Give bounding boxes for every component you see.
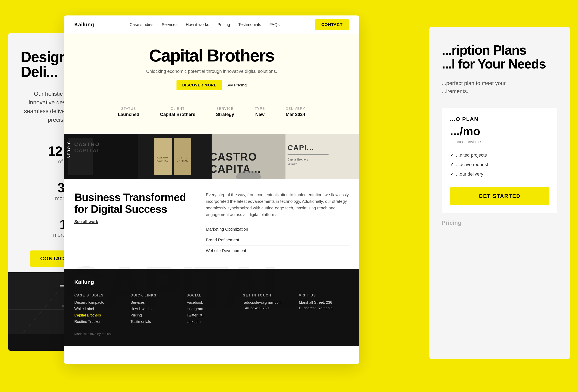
client-label: CLIENT <box>160 107 195 111</box>
delivery-value: Mar 2024 <box>286 112 305 117</box>
footer-grid: CASE STUDIES Desarrolloimpacto White Lab… <box>74 294 349 326</box>
footer-instagram[interactable]: Instagram <box>187 307 237 311</box>
hero-section: Capital Brothers Unlocking economic pote… <box>64 34 359 134</box>
footer-link-2[interactable]: White Label <box>74 307 124 311</box>
footer-link-4[interactable]: Routine Tracker <box>74 320 124 324</box>
contact-button[interactable]: CONTACT <box>315 19 349 30</box>
footer-linkedin[interactable]: LinkedIn <box>187 320 237 324</box>
pricing-footer-label: Pricing <box>442 219 557 226</box>
footer-services-link[interactable]: Services <box>131 300 180 305</box>
footer-cs-title: CASE STUDIES <box>74 294 124 297</box>
hero-title: Capital Brothers <box>74 46 349 65</box>
svg-text:Strategy: Strategy <box>287 162 296 165</box>
footer-twitter[interactable]: Twitter (X) <box>187 313 237 317</box>
footer-logo: Kailung <box>74 279 349 285</box>
meta-service: SERVICE Strategy <box>216 107 234 117</box>
footer-pricing-link[interactable]: Pricing <box>131 313 180 317</box>
nav-how-it-works[interactable]: How it works <box>186 22 209 27</box>
business-description: Every step of the way, from conceptualiz… <box>206 191 349 218</box>
right-panel: ...ription Plans...l for Your Needs ...p… <box>429 27 570 359</box>
meta-row: STATUS Launched CLIENT Capital Brothers … <box>74 101 349 126</box>
see-all-work-link[interactable]: See all work <box>74 219 98 224</box>
footer-phone: +40 23 456 789 <box>243 306 293 310</box>
footer-address: VISIT US Marshall Street, 236 Bucharest,… <box>299 294 349 326</box>
footer-email: raduciodev@gmail.com <box>243 300 293 305</box>
gallery-item-4: CAPI... Capital Brothers Strategy <box>286 134 359 179</box>
svg-rect-29 <box>287 154 329 155</box>
nav-pricing[interactable]: Pricing <box>217 22 230 27</box>
navbar-logo: Kailung <box>74 21 94 28</box>
type-label: TYPE <box>255 107 265 111</box>
nav-services[interactable]: Services <box>162 22 178 27</box>
business-title: Business Transformed for Digital Success <box>74 191 193 215</box>
check-icon-1: ✓ <box>450 153 454 158</box>
gallery-item-1: STRO C CASTRO CAPITAL <box>64 134 138 179</box>
discover-more-button[interactable]: DISCOVER MORE <box>177 80 222 90</box>
svg-text:CAPITAL: CAPITAL <box>74 148 101 153</box>
footer-contact: GET IN TOUCH raduciodev@gmail.com +40 23… <box>243 294 293 326</box>
footer-facebook[interactable]: Facebook <box>187 300 237 305</box>
svg-rect-27 <box>286 134 359 179</box>
navbar: Kailung Case studies Services How it wor… <box>64 15 359 34</box>
footer-visit-title: VISIT US <box>299 294 349 297</box>
footer-how-it-works-link[interactable]: How it works <box>131 307 180 311</box>
footer-address-line2: Bucharest, Romania <box>299 306 349 310</box>
feature-1: ✓ ...nited projects <box>450 150 549 160</box>
plan-cancel: ...cancel anytime. <box>450 139 549 144</box>
hero-subtitle: Unlocking economic potential through inn… <box>74 69 349 74</box>
hero-buttons: DISCOVER MORE See Pricing <box>74 80 349 90</box>
svg-text:CAPITAL: CAPITAL <box>177 160 188 162</box>
meta-delivery: DELIVERY Mar 2024 <box>286 107 305 117</box>
type-value: New <box>255 112 265 117</box>
footer-link-1[interactable]: Desarrolloimpacto <box>74 300 124 305</box>
service-brand: Brand Refinement <box>206 235 349 246</box>
main-card: Kailung Case studies Services How it wor… <box>64 15 359 364</box>
meta-status: STATUS Launched <box>118 107 139 117</box>
check-icon-2: ✓ <box>450 162 454 167</box>
service-value: Strategy <box>216 112 234 117</box>
footer-ql-title: QUICK LINKS <box>131 294 180 297</box>
svg-text:CASTRO: CASTRO <box>177 156 188 159</box>
plan-card: ...O PLAN .../mo ...cancel anytime. ✓ ..… <box>442 108 557 213</box>
check-icon-3: ✓ <box>450 172 454 176</box>
svg-text:CASTRO: CASTRO <box>212 151 257 163</box>
status-value: Launched <box>118 112 139 117</box>
client-value: Capital Brothers <box>160 112 195 117</box>
svg-text:CAPITAL: CAPITAL <box>157 160 168 162</box>
footer-bottom: Made with love by radius. <box>74 332 349 336</box>
meta-client: CLIENT Capital Brothers <box>160 107 195 117</box>
svg-text:CASTRO: CASTRO <box>74 142 100 147</box>
service-marketing: Marketing Optimization <box>206 224 349 235</box>
right-panel-sub: ...perfect plan to meet your...irements. <box>442 79 557 95</box>
plan-name: ...O PLAN <box>450 116 549 122</box>
business-left: Business Transformed for Digital Success… <box>74 191 193 256</box>
status-label: STATUS <box>118 107 139 111</box>
footer-address-line1: Marshall Street, 236 <box>299 300 349 305</box>
svg-text:Capital Brothers: Capital Brothers <box>287 158 308 161</box>
nav-faqs[interactable]: FAQs <box>269 22 280 27</box>
see-pricing-button[interactable]: See Pricing <box>227 80 247 90</box>
footer-social-title: SOCIAL <box>187 294 237 297</box>
footer: Kailung CASE STUDIES Desarrolloimpacto W… <box>64 269 359 346</box>
plan-features: ✓ ...nited projects ✓ ...active request … <box>450 150 549 179</box>
feature-2: ✓ ...active request <box>450 160 549 169</box>
service-web: Website Development <box>206 246 349 256</box>
svg-text:STRO C: STRO C <box>67 141 71 158</box>
gallery: STRO C CASTRO CAPITAL CASTRO CAPITAL CAS… <box>64 134 359 179</box>
plan-price: .../mo <box>450 124 549 138</box>
get-started-button[interactable]: GET STARTED <box>450 187 549 205</box>
footer-link-3[interactable]: Capital Brothers <box>74 313 124 317</box>
footer-case-studies: CASE STUDIES Desarrolloimpacto White Lab… <box>74 294 124 326</box>
nav-case-studies[interactable]: Case studies <box>130 22 154 27</box>
nav-testimonials[interactable]: Testimonials <box>238 22 261 27</box>
navbar-links: Case studies Services How it works Prici… <box>130 22 280 27</box>
footer-git-title: GET IN TOUCH <box>243 294 293 297</box>
delivery-label: DELIVERY <box>286 107 305 111</box>
meta-type: TYPE New <box>255 107 265 117</box>
feature-3: ✓ ...our delivery <box>450 169 549 179</box>
footer-testimonials-link[interactable]: Testimonials <box>131 320 180 324</box>
footer-social: SOCIAL Facebook Instagram Twitter (X) Li… <box>187 294 237 326</box>
right-panel-headline: ...ription Plans...l for Your Needs <box>442 43 557 71</box>
gallery-item-2: CASTRO CAPITAL CASTRO CAPITAL <box>138 134 212 179</box>
service-label: SERVICE <box>216 107 234 111</box>
